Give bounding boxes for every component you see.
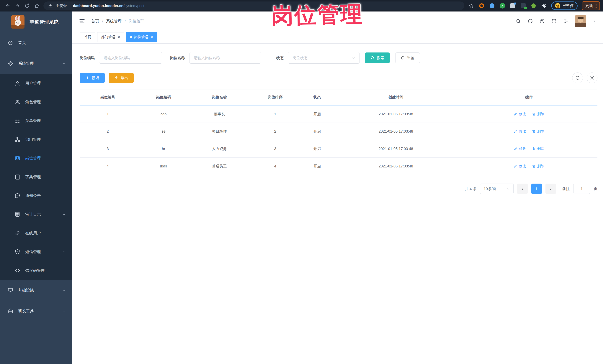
- table-cell: 4: [247, 158, 303, 175]
- table-header-row: 岗位编号 岗位编码 岗位名称 岗位排序 状态 创建时间 操作: [80, 90, 597, 105]
- extension-icon[interactable]: [489, 3, 495, 9]
- extension-icon[interactable]: [520, 3, 526, 9]
- sidebar-item-errcode[interactable]: 错误码管理: [0, 261, 72, 280]
- chevron-down-icon: [62, 309, 66, 313]
- bookmark-star-icon[interactable]: [468, 3, 474, 9]
- breadcrumb: 首页 / 系统管理 / 岗位管理: [91, 19, 144, 24]
- edit-link[interactable]: 修改: [514, 129, 526, 134]
- delete-link[interactable]: 删除: [532, 164, 544, 169]
- sidebar-item-label: 通知公告: [25, 193, 41, 198]
- user-avatar[interactable]: [575, 15, 586, 27]
- browser-back-icon[interactable]: [3, 1, 13, 10]
- update-button[interactable]: 更新: [582, 1, 600, 10]
- sidebar-item-notice[interactable]: 通知公告: [0, 186, 72, 205]
- refresh-table-button[interactable]: [572, 73, 583, 83]
- code-icon: [14, 268, 21, 273]
- page-size-select[interactable]: 10条/页: [480, 184, 513, 194]
- github-icon[interactable]: [528, 19, 533, 24]
- table-toolbar: 新增 导出: [80, 73, 597, 83]
- log-icon: [14, 211, 21, 217]
- browser-home-icon[interactable]: [32, 1, 42, 10]
- browser-forward-icon[interactable]: [13, 1, 22, 10]
- extension-icon[interactable]: [541, 3, 547, 9]
- book-icon: [14, 174, 21, 180]
- page-number-1[interactable]: 1: [531, 184, 542, 194]
- sidebar-item-role[interactable]: 角色管理: [0, 93, 72, 111]
- extension-icon[interactable]: [478, 3, 485, 9]
- browser-reload-icon[interactable]: [22, 1, 32, 10]
- role-icon: [14, 99, 21, 105]
- tab-home[interactable]: 首页: [80, 32, 95, 42]
- address-bar[interactable]: 不安全 dashboard.yudao.iocoder.cn/system/po…: [43, 1, 464, 10]
- toolbox-icon: [7, 308, 14, 314]
- table-cell: 1: [80, 105, 136, 123]
- sidebar-item-dict[interactable]: 字典管理: [0, 167, 72, 186]
- sidebar-item-online[interactable]: 在线用户: [0, 224, 72, 242]
- sidebar-item-dept[interactable]: 部门管理: [0, 130, 72, 149]
- goto-page-input[interactable]: [573, 184, 590, 194]
- col-post-sort: 岗位排序: [247, 90, 303, 105]
- extension-icon[interactable]: [510, 3, 516, 9]
- hamburger-icon[interactable]: [79, 18, 85, 24]
- warning-icon: [48, 3, 53, 8]
- column-settings-button[interactable]: [587, 73, 597, 83]
- app-title: 芋道管理系统: [30, 19, 59, 25]
- paused-badge[interactable]: 已暂停: [551, 1, 578, 10]
- table-cell: 2021-01-05 17:03:48: [331, 123, 461, 140]
- status-select[interactable]: 岗位状态: [288, 52, 360, 64]
- browser-toolbar: 不安全 dashboard.yudao.iocoder.cn/system/po…: [0, 0, 603, 11]
- search-icon[interactable]: [516, 19, 521, 24]
- table-cell: 2: [80, 123, 136, 140]
- search-button[interactable]: 搜索: [365, 53, 390, 63]
- post-table: 岗位编号 岗位编码 岗位名称 岗位排序 状态 创建时间 操作 1ceo董事长1开…: [80, 89, 597, 175]
- delete-link[interactable]: 删除: [532, 146, 544, 151]
- table-cell: se: [136, 123, 192, 140]
- sidebar-item-sms[interactable]: 短信管理: [0, 242, 72, 261]
- security-label[interactable]: 不安全: [56, 3, 67, 8]
- post-name-input[interactable]: [189, 52, 261, 64]
- tab-post[interactable]: 岗位管理 ×: [126, 32, 157, 42]
- extension-icon[interactable]: [530, 3, 537, 9]
- sidebar-item-post[interactable]: 岗位管理: [0, 149, 72, 167]
- breadcrumb-system[interactable]: 系统管理: [106, 19, 122, 24]
- delete-link[interactable]: 删除: [532, 112, 544, 116]
- sidebar-item-infra[interactable]: 基础设施: [0, 280, 72, 301]
- caret-down-icon[interactable]: [593, 19, 596, 23]
- help-icon[interactable]: [540, 19, 545, 24]
- prev-page-button[interactable]: [517, 184, 528, 194]
- edit-link[interactable]: 修改: [514, 146, 526, 151]
- sidebar-item-menu[interactable]: 菜单管理: [0, 111, 72, 130]
- sidebar-item-label: 字典管理: [25, 174, 41, 179]
- close-icon[interactable]: ×: [151, 35, 153, 39]
- menu-dots-icon[interactable]: [596, 4, 596, 8]
- sidebar-item-label: 在线用户: [25, 231, 41, 236]
- delete-link[interactable]: 删除: [532, 129, 544, 134]
- sidebar-item-devtool[interactable]: 研发工具: [0, 301, 72, 321]
- plus-icon: [85, 76, 90, 80]
- fullscreen-icon[interactable]: [551, 19, 557, 24]
- post-code-input[interactable]: [99, 52, 162, 64]
- sidebar-item-system[interactable]: 系统管理: [0, 53, 72, 74]
- chevron-down-icon: [62, 250, 66, 254]
- divider: [70, 3, 70, 8]
- edit-link[interactable]: 修改: [514, 112, 526, 116]
- active-dot: [130, 36, 132, 38]
- sidebar-item-home[interactable]: 首页: [0, 32, 72, 53]
- pencil-icon: [514, 112, 517, 116]
- add-button[interactable]: 新增: [80, 73, 105, 83]
- edit-link[interactable]: 修改: [514, 164, 526, 169]
- extension-icon[interactable]: ✓: [499, 3, 506, 9]
- font-size-icon[interactable]: [563, 19, 568, 24]
- navbar-actions: [516, 15, 596, 27]
- table-cell: 人力资源: [192, 140, 247, 158]
- reset-button[interactable]: 重置: [395, 53, 420, 63]
- breadcrumb-home[interactable]: 首页: [91, 19, 99, 24]
- tab-dept[interactable]: 部门管理 ×: [97, 32, 124, 42]
- export-button[interactable]: 导出: [109, 73, 134, 83]
- next-page-button[interactable]: [545, 184, 556, 194]
- app-logo[interactable]: 芋道管理系统: [0, 11, 72, 32]
- total-count: 共 4 条: [465, 186, 476, 191]
- close-icon[interactable]: ×: [118, 35, 120, 39]
- sidebar-item-audit[interactable]: 审计日志: [0, 205, 72, 224]
- sidebar-item-user[interactable]: 用户管理: [0, 74, 72, 93]
